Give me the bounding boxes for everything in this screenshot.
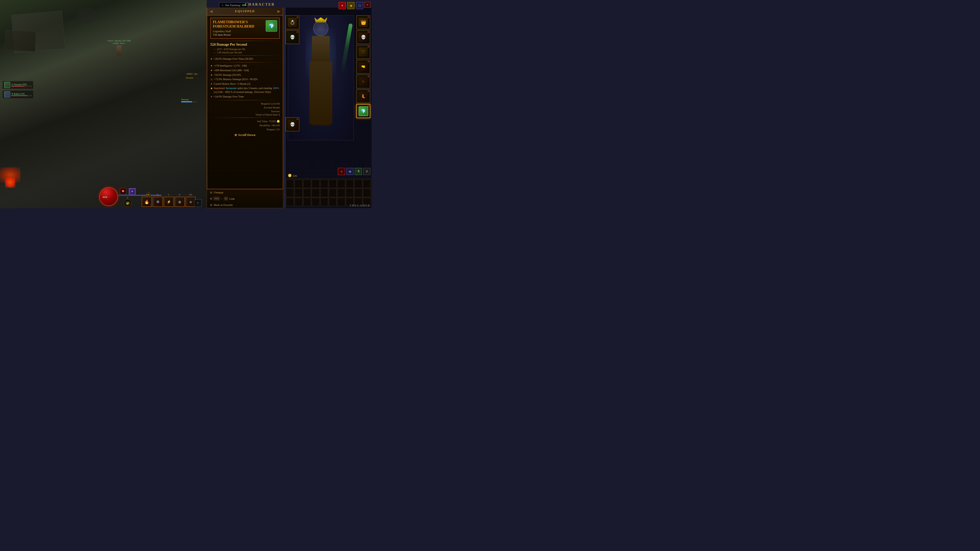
watermark: THEGAMER [350,204,370,207]
inv-cell[interactable] [312,179,320,188]
character-panel: ⊠ 👑 ⊠ 💀 ⊠ 🛡 ⊠ 🤜 ⊠ ⚔ ⊠ 👢 ⊠ � [285,8,372,208]
equip-slot-offhand-left[interactable]: ⊠ 💀 [285,118,299,131]
equip-slot-boots[interactable]: ⊠ 👢 [356,89,370,103]
inv-cell[interactable] [303,198,311,206]
item-content: FLAMETHROWER'S FORESTGEM HALBERD Legenda… [207,16,283,192]
context-link[interactable]: ⊞ Shift + ⊞ Link [207,195,283,202]
inv-cell[interactable] [320,198,328,206]
durability: Durability: 100/100 [210,124,280,127]
inv-cell[interactable] [286,198,294,206]
scroll-down-indicator[interactable]: ⊞ Scroll Down [210,133,280,137]
inv-cell[interactable] [294,179,302,188]
equip-slot-pants[interactable]: ⊠ ⚔ [356,75,370,89]
nav-icon-3[interactable]: ⬡ [356,2,363,9]
item-header-box: FLAMETHROWER'S FORESTGEM HALBERD Legenda… [210,17,280,39]
skill-slot-1[interactable]: 🔥 3 [142,197,152,207]
divider-1 [210,41,280,41]
nav-right[interactable]: ▶ [277,9,280,14]
npc-name-akecha: <Soul> Akecha | 60 (100) [107,40,131,42]
char-nav-skills[interactable]: ◈ [346,168,353,175]
char-nav-gear[interactable]: ⚙ [363,168,370,175]
inv-cell[interactable] [320,179,328,188]
inv-cell[interactable] [337,189,345,197]
item-panel: ◀ EQUIPPED ▶ FLAMETHROWER'S FORESTGEM HA… [207,8,283,194]
stat-intel-line: ✦ +178 Intelligence +[178 - 198] [210,64,280,68]
dps-line: 524 Damage Per Second [210,43,280,47]
nav-left[interactable]: ◀ [210,9,213,14]
transmog-header: ⚔ Slot Transmog: ON [219,3,248,8]
combat-text-wdc: <WDC> Ats [186,73,197,75]
inv-cell[interactable] [363,189,371,197]
inv-cell[interactable] [337,198,345,206]
req-class: Sorcerer [210,110,280,113]
equip-slot-helm[interactable]: ⊠ 👑 [356,15,370,29]
char-nav-potion[interactable]: ⚗ [355,168,362,175]
divider-5 [210,118,280,118]
inv-cell[interactable] [294,189,302,197]
inv-cell[interactable] [346,179,354,188]
inv-cell[interactable] [320,189,328,197]
t-key[interactable]: T [194,199,202,207]
stat-mastery-line: ⚔ +72.0% Mastery Damage [63.0 - 90.0]% [210,78,280,81]
sell-section: Sell Value: 79,003 🪙 Durability: 100/100… [210,119,280,132]
party-frame-varyana: ⚔ Varyana [VII] [3,81,33,89]
context-menu: ⊞ Unequip ⊞ Shift + ⊞ Link ⊞ Mark as Fav… [207,189,283,208]
stat-damage-line: ✦ +50.0% Damage [50.0]% [210,73,280,77]
inv-cell[interactable] [286,179,294,188]
char-nav-combat[interactable]: ⚔ [338,168,345,175]
imprinted-line: ★ Imprinted: Incinerate splits into 3 be… [210,86,280,94]
equip-slot-ring2[interactable]: ⊠ 💀 [285,30,299,44]
item-name: FLAMETHROWER'S FORESTGEM HALBERD [213,20,264,29]
transmog-label: Slot Transmog: [225,4,241,6]
equip-slot-amulet[interactable]: ⊠ 💀 [356,30,370,44]
game-world: <Soul> Akecha | 60 (100) Lilith's Voice … [0,0,207,208]
inv-cell[interactable] [346,189,354,197]
stat-life-line: ✦ +499 Maximum Life [488 - 544] [210,68,280,73]
req-expansion: Vessel of Hatred Item ℹ [210,113,280,116]
inv-cell[interactable] [363,179,371,188]
skill-slot-4[interactable]: ◉ [175,197,185,207]
skill-slot-3[interactable]: ⚡ [164,197,174,207]
equip-slot-chest[interactable]: ⊠ 🛡 [356,45,370,59]
inv-cell[interactable] [329,179,337,188]
inv-cell[interactable] [354,189,362,197]
attacks-per-second-line: — 1.00 Attacks per Second [213,51,280,54]
equip-slot-staff[interactable]: ⊠ 💎 [356,104,370,118]
req-bound: Account Bound [210,106,280,110]
context-unequip[interactable]: ⊞ Unequip [207,189,283,195]
inv-cell[interactable] [354,179,362,188]
inv-cell[interactable] [286,189,294,197]
item-gem: 💎 [266,20,277,32]
inv-cell[interactable] [329,189,337,197]
inv-cell[interactable] [337,179,345,188]
player-name-varyana: Varyana [181,98,197,101]
context-favorite[interactable]: ⊞ Mark as Favorite [207,202,283,208]
divider-4 [210,100,280,100]
inv-cell[interactable] [329,198,337,206]
party-frame-raheir: ✦ Raheir [VI] [3,91,33,98]
tempers: Tempers: 5/5 [210,127,280,132]
requirements-section: Requires Level 60 Account Bound Sorcerer… [210,102,280,116]
item-type: Legendary Staff [213,30,264,33]
gold-display: 🪙 226 [288,174,297,178]
close-button[interactable]: ✕ [365,2,370,8]
nav-icon-2[interactable]: ◈ [347,2,355,9]
equipped-title: EQUIPPED [235,10,255,13]
inv-cell[interactable] [294,198,302,206]
damage-range-line: — [419 - 629] Damage per Hit [213,48,280,51]
stat-dot-line: ✦ +28.0% Damage Over Time [28.0]% [210,57,280,61]
active-skill-1[interactable]: ✦ [129,188,135,195]
combat-text-accurse: Accurse [186,76,193,79]
inv-cell[interactable] [303,179,311,188]
equip-slot-ring1[interactable]: ⊠ 💍 [285,15,299,29]
character-header-text: CHARACTER [245,3,275,6]
equip-slot-gloves[interactable]: ⊠ 🤜 [356,60,370,74]
nav-icon-1[interactable]: ✦ [339,2,346,9]
inv-cell[interactable] [303,189,311,197]
req-level: Requires Level 60 [210,102,280,106]
inv-cell[interactable] [312,189,320,197]
inventory-grid [285,179,372,207]
inv-cell[interactable] [312,198,320,206]
npc-sub-akecha: Lilith's Voice [107,42,131,44]
skill-slot-2[interactable]: ❄ [153,197,163,207]
